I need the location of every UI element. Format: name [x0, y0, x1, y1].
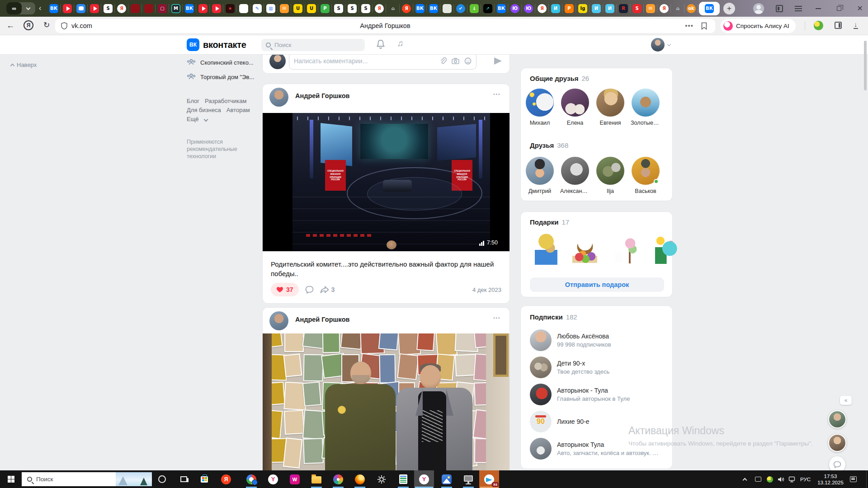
- spreadsheet-app-button[interactable]: [393, 470, 413, 488]
- vk-search-input[interactable]: Поиск: [261, 39, 365, 51]
- bear-planting-tree[interactable]: [609, 234, 638, 266]
- address-bar[interactable]: vk.com Андрей Горшков •••: [55, 19, 715, 33]
- browser-tab-faded-site[interactable]: ⌂: [386, 0, 400, 17]
- browser-tab-video-red[interactable]: [61, 0, 74, 17]
- post-photo-image[interactable]: [263, 333, 509, 470]
- browser-tab-m-service[interactable]: M: [169, 0, 183, 17]
- browser-tab-bunny-grey[interactable]: [440, 0, 454, 17]
- start-button[interactable]: [1, 470, 21, 488]
- friends-header[interactable]: Друзья 368: [530, 141, 568, 149]
- browser-tab-star-red[interactable]: ★: [223, 0, 237, 17]
- widget-collapse-button[interactable]: «: [840, 396, 852, 405]
- person-item[interactable]: Золотые-В...: [632, 89, 660, 126]
- link-developers[interactable]: Разработчикам: [205, 98, 246, 104]
- yandex-browser-active-button[interactable]: Y: [414, 470, 434, 488]
- browser-tab-yandex[interactable]: Я: [535, 0, 549, 17]
- extension-icon[interactable]: [814, 21, 823, 30]
- video-player[interactable]: СПЕЦИАЛЬНАЯ ВОЕННАЯ ОПЕРАЦИЯ РОССИИ СПЕЦ…: [263, 113, 509, 251]
- firefox-button[interactable]: [350, 470, 370, 488]
- comment-input[interactable]: Написать комментарии...: [289, 52, 476, 70]
- browser-tab-red-mosaic[interactable]: [128, 0, 142, 17]
- browser-tab-mail-orange[interactable]: ✉: [644, 0, 657, 17]
- browser-tab-vk-active[interactable]: ВК: [699, 2, 720, 15]
- back-to-top-button[interactable]: Наверх: [11, 61, 37, 68]
- browser-tab-vk[interactable]: ВК: [495, 0, 508, 17]
- browser-tab-market-green[interactable]: P: [318, 0, 332, 17]
- action-center-button[interactable]: [850, 470, 857, 488]
- show-desktop-button[interactable]: [866, 470, 868, 488]
- post-menu-icon[interactable]: ...: [493, 89, 500, 97]
- minimize-button[interactable]: [814, 8, 823, 9]
- post-date[interactable]: 4 дек 2023: [472, 286, 501, 293]
- close-button[interactable]: ✕: [855, 4, 864, 13]
- taskbar-search-input[interactable]: Поиск: [22, 472, 152, 486]
- link-more[interactable]: Ещё: [187, 116, 199, 122]
- browser-tab-yula[interactable]: Ю: [522, 0, 535, 17]
- restore-button[interactable]: [835, 6, 844, 11]
- tab-group-chevron[interactable]: [22, 8, 34, 9]
- browser-tab-vk[interactable]: ВК: [183, 0, 196, 17]
- volume-icon[interactable]: [778, 470, 785, 488]
- post-author-avatar[interactable]: [269, 311, 288, 330]
- music-icon[interactable]: ♫: [397, 38, 403, 48]
- notifications-bell-icon[interactable]: [376, 39, 385, 49]
- browser-tab-video-red[interactable]: [210, 0, 223, 17]
- browser-tab-vk[interactable]: ВК: [427, 0, 440, 17]
- tray-tablet-icon[interactable]: [755, 470, 761, 488]
- browser-tab-video-red[interactable]: [88, 0, 101, 17]
- post-author-name[interactable]: Андрей Горшков: [295, 92, 349, 99]
- person-item[interactable]: Елена: [561, 89, 589, 126]
- vk-logo[interactable]: ВК вконтакте: [187, 38, 246, 51]
- tab-group-button[interactable]: ∞: [6, 2, 35, 14]
- yandex-app-button[interactable]: Я: [216, 470, 236, 488]
- subscription-item[interactable]: Дети 90-хТвое детство здесь: [530, 357, 665, 378]
- language-indicator[interactable]: РУС: [800, 470, 811, 488]
- yandex-browser-button[interactable]: Y: [263, 470, 283, 488]
- subscription-item[interactable]: Авторынок - ТулаГлавный авторынок в Туле: [530, 384, 665, 405]
- browser-tab-messenger[interactable]: [74, 0, 88, 17]
- person-item[interactable]: Евгения: [596, 89, 624, 126]
- chrome-button[interactable]: [241, 470, 261, 488]
- browser-tab-yandex[interactable]: Я: [657, 0, 671, 17]
- browser-tab-document[interactable]: [237, 0, 250, 17]
- browser-tab-vk[interactable]: ВК: [47, 0, 61, 17]
- browser-tab-ig-yellow[interactable]: Ig: [576, 0, 590, 17]
- chat-widget-button[interactable]: [829, 456, 845, 470]
- settings-button[interactable]: [372, 470, 392, 488]
- gift-box-with-dog[interactable]: [532, 234, 561, 266]
- browser-tab-library-blue[interactable]: ▥: [264, 0, 278, 17]
- photos-app-button[interactable]: [328, 470, 348, 488]
- photo-viewer-button[interactable]: [437, 470, 457, 488]
- back-button[interactable]: ←: [6, 21, 14, 30]
- send-comment-icon[interactable]: [494, 57, 502, 65]
- bookmark-icon[interactable]: [701, 22, 707, 30]
- browser-tab-faded-site[interactable]: ⌂: [671, 0, 684, 17]
- refresh-button[interactable]: ↻: [43, 20, 50, 30]
- gifts-header[interactable]: Подарки 17: [530, 218, 569, 226]
- commenter-avatar[interactable]: [269, 53, 286, 69]
- new-tab-button[interactable]: +: [723, 3, 735, 14]
- tray-antivirus-icon[interactable]: [767, 470, 773, 488]
- chat-widget-avatar[interactable]: [828, 410, 846, 428]
- camera-icon[interactable]: [452, 58, 459, 64]
- ask-alice-button[interactable]: Спросить Алису AI: [721, 19, 796, 33]
- yandex-home-button[interactable]: Я: [24, 20, 33, 30]
- link-business[interactable]: Для бизнеса: [187, 107, 221, 113]
- extensions-menu-icon[interactable]: •••: [685, 22, 693, 29]
- browser-tab-u-yellow[interactable]: U: [291, 0, 305, 17]
- browser-tab-i-cyan[interactable]: И: [549, 0, 562, 17]
- share-button[interactable]: 3: [320, 286, 335, 294]
- page-scrollbar[interactable]: [864, 41, 867, 90]
- comment-button[interactable]: [305, 286, 314, 294]
- person-item[interactable]: Дмитрий: [526, 157, 554, 194]
- send-gift-button[interactable]: Отправить подарок: [530, 277, 664, 292]
- browser-tab-mail-orange[interactable]: ✉: [278, 0, 291, 17]
- browser-tab-phone-red[interactable]: ▢: [156, 0, 169, 17]
- browser-tab-video-red[interactable]: [196, 0, 210, 17]
- side-panel-icon[interactable]: [776, 5, 783, 12]
- link-blog[interactable]: Блог: [187, 98, 199, 104]
- downloads-icon[interactable]: ↓: [854, 20, 858, 29]
- browser-tab-download-green[interactable]: ↓: [467, 0, 481, 17]
- microsoft-store-button[interactable]: [194, 470, 214, 488]
- browser-tab-navigator[interactable]: ↗: [481, 0, 495, 17]
